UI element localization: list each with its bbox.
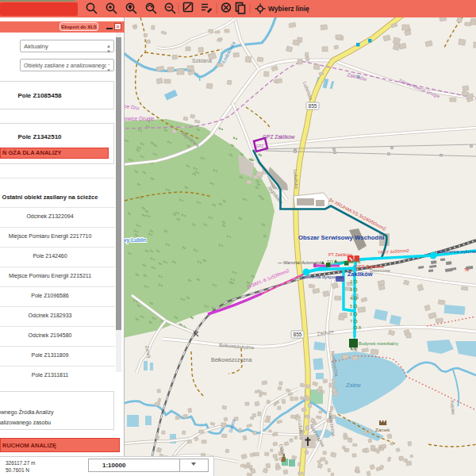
svg-text:2: 2 <box>350 279 352 284</box>
svg-text:Obszar Serwisowy Wschodni: Obszar Serwisowy Wschodni <box>298 234 384 241</box>
svg-text:paśdziersia wykonaw: paśdziersia wykonaw <box>437 249 476 254</box>
svg-text:GPZ Zaklików: GPZ Zaklików <box>263 134 295 140</box>
svg-text:5: 5 <box>350 304 352 309</box>
svg-text:Te: Te <box>464 267 470 272</box>
svg-text:SO pieczarkarnia: SO pieczarkarnia <box>327 259 361 264</box>
svg-text:7: 7 <box>350 319 352 324</box>
svg-text:PT Zaklików: PT Zaklików <box>328 252 352 257</box>
svg-text:3: 3 <box>350 287 352 292</box>
svg-text:Zalew: Zalew <box>345 382 362 388</box>
svg-text:855: 855 <box>294 332 302 337</box>
svg-text:vy Lublin: vy Lublin <box>124 237 147 244</box>
svg-text:4: 4 <box>350 296 352 301</box>
svg-text:6: 6 <box>350 312 352 317</box>
svg-text:8: 8 <box>359 325 361 330</box>
svg-text:Zamek: Zamek <box>375 428 390 432</box>
svg-text:zastrzenia dysponuje: zastrzenia dysponuje <box>299 274 344 279</box>
svg-text:Zaklików: Zaklików <box>347 271 373 278</box>
svg-text:Bełkowszczyzna: Bełkowszczyzna <box>211 357 251 363</box>
svg-text:Szklana: Szklana <box>192 58 212 63</box>
svg-text:855: 855 <box>309 103 317 109</box>
svg-text:GPZ: GPZ <box>256 144 264 148</box>
svg-text:Budynek mieszkalny: Budynek mieszkalny <box>359 341 398 346</box>
svg-text:— Warsztat Automatyki: — Warsztat Automatyki <box>277 260 324 265</box>
svg-text:GPZ Zaklików: GPZ Zaklików <box>355 264 385 269</box>
